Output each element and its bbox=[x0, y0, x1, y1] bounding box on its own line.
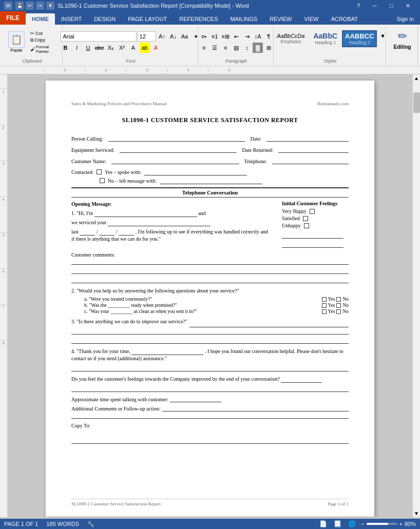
align-center-button[interactable]: ☰ bbox=[209, 43, 220, 53]
comments-line3[interactable] bbox=[71, 276, 349, 283]
decrease-indent-button[interactable]: ⇤ bbox=[231, 31, 241, 42]
sign-in-link[interactable]: Sign in bbox=[390, 13, 420, 25]
increase-indent-button[interactable]: ⇥ bbox=[242, 31, 252, 42]
tab-mailings[interactable]: MAILINGS bbox=[224, 13, 264, 25]
tab-page-layout[interactable]: PAGE LAYOUT bbox=[122, 13, 173, 25]
date-field[interactable] bbox=[266, 134, 349, 142]
case-button[interactable]: Aa bbox=[180, 31, 190, 42]
q3-line2[interactable] bbox=[71, 327, 349, 335]
zoom-in-button[interactable]: + bbox=[399, 521, 403, 527]
q3-answer[interactable] bbox=[189, 320, 349, 327]
view-web-button[interactable]: 🌐 bbox=[347, 519, 357, 529]
cut-button[interactable]: ✂ Cut bbox=[29, 30, 59, 36]
tab-file[interactable]: FILE bbox=[0, 11, 26, 25]
date-field2[interactable] bbox=[99, 229, 114, 236]
format-painter-button[interactable]: 🖌 Format Painter bbox=[29, 44, 59, 54]
tab-design[interactable]: DESIGN bbox=[88, 13, 122, 25]
person-calling-field[interactable] bbox=[108, 134, 245, 142]
numbering-button[interactable]: ≡1 bbox=[209, 31, 220, 42]
improved-field[interactable] bbox=[281, 377, 322, 383]
sort-button[interactable]: ↕A bbox=[253, 31, 263, 42]
yn-c-no-box[interactable] bbox=[336, 309, 341, 314]
yn-b-yes-box[interactable] bbox=[322, 303, 327, 308]
customer-name-field[interactable] bbox=[111, 157, 239, 164]
shading-button[interactable]: ▓ bbox=[253, 43, 263, 53]
very-happy-checkbox[interactable] bbox=[310, 209, 315, 214]
maximize-button[interactable]: □ bbox=[383, 0, 399, 11]
date-field1[interactable] bbox=[80, 229, 95, 236]
yn-a-no-box[interactable] bbox=[336, 297, 341, 302]
style-heading1[interactable]: AaBbC Heading 1 bbox=[309, 30, 341, 47]
tab-home[interactable]: HOME bbox=[26, 13, 55, 25]
bullets-button[interactable]: ≡• bbox=[199, 31, 209, 42]
font-color-button[interactable]: A bbox=[151, 43, 161, 53]
q4-line1[interactable] bbox=[71, 364, 349, 371]
font-size-input[interactable] bbox=[138, 31, 156, 42]
undo-icon[interactable]: ↩ bbox=[26, 2, 34, 10]
align-left-button[interactable]: ≡ bbox=[199, 43, 209, 53]
equipment-field[interactable] bbox=[120, 146, 237, 153]
text-highlight-button[interactable]: ab bbox=[140, 43, 150, 53]
serviced-field[interactable] bbox=[108, 220, 211, 226]
no-checkbox[interactable] bbox=[100, 178, 105, 183]
save-icon[interactable]: 💾 bbox=[15, 2, 24, 10]
subscript-button[interactable]: X₂ bbox=[106, 43, 116, 53]
underline-button[interactable]: U bbox=[83, 43, 93, 53]
styles-more-button[interactable]: ▼ bbox=[377, 31, 388, 41]
close-button[interactable]: ✕ bbox=[399, 0, 416, 11]
view-read-button[interactable]: 📄 bbox=[318, 519, 328, 529]
yn-b-no-box[interactable] bbox=[336, 303, 341, 308]
shrink-font-button[interactable]: A↓ bbox=[168, 31, 179, 42]
telephone-field[interactable] bbox=[272, 157, 349, 164]
improved-line[interactable] bbox=[71, 385, 349, 392]
scroll-up-button[interactable]: ▲ bbox=[413, 74, 420, 82]
yn-a-yes-box[interactable] bbox=[322, 297, 327, 302]
grow-font-button[interactable]: A↑ bbox=[157, 31, 167, 42]
satisfied-checkbox[interactable] bbox=[303, 216, 308, 221]
style-heading2[interactable]: AABBCC Heading 2 bbox=[342, 30, 377, 47]
date-returned-field[interactable] bbox=[278, 146, 349, 153]
name-field[interactable] bbox=[94, 211, 197, 217]
italic-button[interactable]: I bbox=[72, 43, 82, 53]
comments-line2[interactable] bbox=[71, 267, 349, 274]
q4-name-field[interactable] bbox=[131, 349, 203, 355]
additional-comments-field[interactable] bbox=[162, 404, 349, 412]
scroll-down-button[interactable]: ▼ bbox=[413, 510, 420, 517]
superscript-button[interactable]: X² bbox=[117, 43, 127, 53]
line-spacing-button[interactable]: ↕ bbox=[242, 43, 252, 53]
tab-insert[interactable]: INSERT bbox=[55, 13, 88, 25]
style-emphasis[interactable]: AaBbCcDa Emphasis bbox=[273, 31, 309, 46]
scroll-thumb[interactable] bbox=[413, 92, 420, 113]
vertical-scrollbar[interactable]: ▲ ▼ bbox=[412, 74, 420, 517]
no-message-field[interactable] bbox=[160, 177, 262, 184]
font-name-input[interactable] bbox=[61, 31, 137, 42]
paste-button[interactable]: 📋 Paste bbox=[5, 30, 28, 54]
zoom-out-button[interactable]: − bbox=[361, 521, 364, 527]
view-print-button[interactable]: 📃 bbox=[332, 519, 342, 529]
yes-checkbox[interactable] bbox=[97, 169, 102, 174]
align-right-button[interactable]: ≡ bbox=[220, 43, 231, 53]
unhappy-checkbox[interactable] bbox=[304, 223, 309, 228]
text-effect-button[interactable]: A bbox=[128, 43, 139, 53]
comments-line1[interactable] bbox=[71, 258, 349, 265]
justify-button[interactable]: ▤ bbox=[231, 43, 241, 53]
help-button[interactable]: ? bbox=[350, 0, 367, 11]
strikethrough-button[interactable]: abc bbox=[94, 43, 105, 53]
tab-references[interactable]: REFERENCES bbox=[173, 13, 224, 25]
minimize-button[interactable]: ─ bbox=[367, 0, 383, 11]
tab-view[interactable]: VIEW bbox=[298, 13, 325, 25]
multilevel-button[interactable]: ≡⊞ bbox=[220, 31, 231, 42]
tab-review[interactable]: REVIEW bbox=[263, 13, 298, 25]
tab-acrobat[interactable]: ACROBAT bbox=[325, 13, 364, 25]
approx-time-field[interactable] bbox=[170, 396, 221, 402]
q3-line3[interactable] bbox=[71, 337, 349, 344]
zoom-slider[interactable] bbox=[367, 523, 397, 525]
copy-button[interactable]: ⧉ Copy bbox=[29, 37, 59, 44]
yes-spoke-field[interactable] bbox=[144, 168, 247, 175]
more-icon[interactable]: ▼ bbox=[46, 2, 54, 10]
copy-to-line[interactable] bbox=[71, 437, 349, 444]
bold-button[interactable]: B bbox=[61, 43, 71, 53]
redo-icon[interactable]: ↪ bbox=[36, 2, 44, 10]
yn-c-yes-box[interactable] bbox=[322, 309, 327, 314]
document-page[interactable]: Sales & Marketing Policies and Procedure… bbox=[46, 81, 374, 517]
